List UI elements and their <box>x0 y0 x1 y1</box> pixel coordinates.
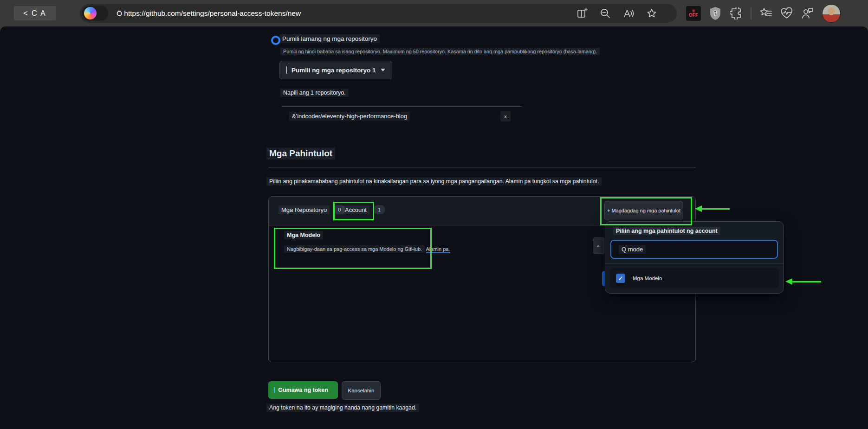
radio-only-select-repositories[interactable] <box>271 36 280 45</box>
access-dropdown-partial[interactable]: A <box>593 237 605 254</box>
radio-description: Pumili ng hindi bababa sa isang reposito… <box>280 48 600 55</box>
collections-star-icon[interactable] <box>759 7 772 20</box>
text-cursor <box>274 387 275 393</box>
popup-option-models[interactable]: ✓ Mga Modelo <box>609 268 779 288</box>
select-repositories-dropdown[interactable]: Pumili ng mga repositoryo 1 <box>279 61 392 79</box>
popup-title: Piliin ang mga pahintulot ng account <box>613 227 720 235</box>
text-cursor <box>286 66 287 74</box>
divider <box>268 167 696 167</box>
profile-avatar[interactable] <box>822 4 841 23</box>
learn-more-link[interactable]: Alamin pa. <box>426 246 450 253</box>
radio-label[interactable]: Pumili lamang ng mga repositoryo <box>279 34 380 43</box>
cancel-button[interactable]: Kanselahin <box>342 381 381 400</box>
shield-extension-icon[interactable] <box>709 7 722 20</box>
remove-repo-button[interactable]: x <box>500 111 511 122</box>
add-permissions-button[interactable]: + Magdagdag ng mga pahintulot <box>604 201 683 220</box>
annotation-arrowhead <box>785 278 792 285</box>
models-permission-description: Nagbibigay-daan sa pag-access sa mga Mod… <box>284 245 450 253</box>
models-permission-title: Mga Modelo <box>284 231 323 239</box>
chevron-down-icon <box>381 69 385 71</box>
toolbar-divider <box>751 7 751 19</box>
browser-toolbar: < C A Ô https://github.com/settings/pers… <box>0 0 868 26</box>
annotation-arrow-add-permissions <box>702 208 730 210</box>
divider <box>282 106 522 107</box>
read-aloud-icon[interactable] <box>622 7 635 20</box>
selected-repo-name: &'indcoder/eleventy-high-performance-blo… <box>289 112 410 121</box>
screen: < C A Ô https://github.com/settings/pers… <box>0 0 868 429</box>
account-count-badge: 1 <box>373 205 385 214</box>
create-token-button[interactable]: Gumawa ng token <box>268 381 338 399</box>
tab-account[interactable]: Account 1 <box>342 205 385 214</box>
checkbox-checked-icon[interactable]: ✓ <box>616 274 625 283</box>
popup-divider <box>605 263 784 264</box>
copilot-button[interactable] <box>82 6 108 21</box>
tab-repositories[interactable]: Mga Repositoryo 0 <box>279 205 345 214</box>
selected-count-text: Napili ang 1 repositoryo. <box>280 89 349 97</box>
select-repositories-label: Pumili ng mga repositoryo 1 <box>291 67 376 74</box>
favorite-star-icon[interactable] <box>645 7 658 20</box>
feedback-person-icon[interactable] <box>801 7 814 20</box>
zoom-out-icon[interactable] <box>599 7 612 20</box>
split-screen-icon[interactable] <box>576 7 589 20</box>
token-ready-note: Ang token na ito ay magiging handa nang … <box>266 403 419 412</box>
permissions-search-input[interactable]: Q mode <box>610 240 778 259</box>
browser-nav-controls[interactable]: < C A <box>14 6 56 20</box>
permissions-heading: Mga Pahintulot <box>266 147 335 160</box>
annotation-arrowhead <box>695 205 702 212</box>
extensions-puzzle-icon[interactable] <box>730 7 743 20</box>
annotation-arrow-models-option <box>792 281 821 282</box>
copilot-icon <box>84 7 97 19</box>
permissions-description: Piliin ang pinakamababang pahintulot na … <box>266 177 602 186</box>
browser-essentials-icon[interactable] <box>780 7 793 20</box>
address-bar[interactable]: Ô https://github.com/settings/personal-a… <box>80 4 677 23</box>
url-text[interactable]: Ô https://github.com/settings/personal-a… <box>117 9 301 18</box>
extension-off-icon[interactable]: ✳ OFF <box>686 6 701 21</box>
